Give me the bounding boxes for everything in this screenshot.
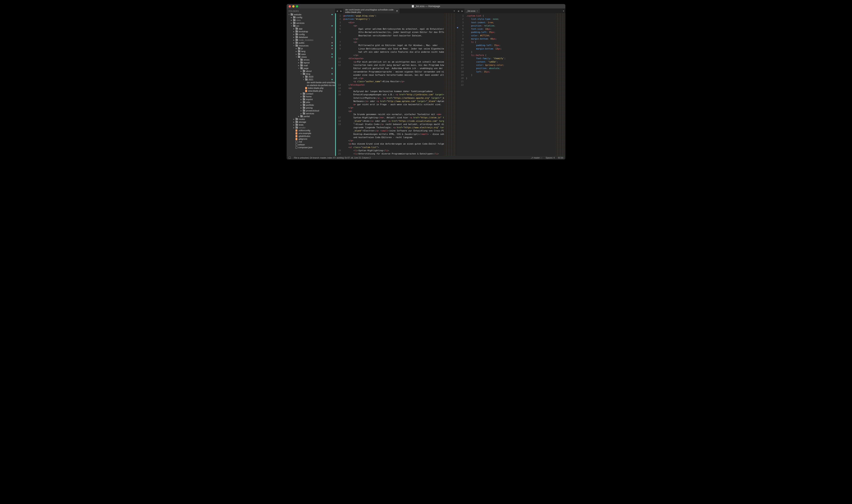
status-message[interactable]: File is untracked, Git branch: master, i…	[294, 157, 371, 159]
disclosure-triangle-icon[interactable]: ▶	[298, 59, 300, 61]
disclosure-triangle-icon[interactable]: ▼	[293, 45, 295, 47]
disclosure-triangle-icon[interactable]: ▶	[298, 62, 300, 64]
tree-file[interactable]: .env.example	[287, 132, 335, 135]
tree-folder[interactable]: ▶lang	[287, 50, 335, 53]
tree-folder[interactable]: ▶bootstrap	[287, 30, 335, 33]
syntax-indicator[interactable]: SCSS	[558, 157, 563, 159]
tree-file[interactable]: index.blade.php	[287, 87, 335, 89]
tree-folder[interactable]: ▶layout	[287, 61, 335, 64]
disclosure-triangle-icon[interactable]: ▶	[303, 76, 304, 78]
tree-folder[interactable]: ▶contact	[287, 92, 335, 95]
tree-folder[interactable]: ▶database	[287, 36, 335, 39]
tree-file[interactable]: .editorconfig	[287, 129, 335, 132]
disclosure-triangle-icon[interactable]: ▶	[296, 48, 297, 50]
tree-folder[interactable]: ▶storage	[287, 121, 335, 123]
tab-nav-back-r[interactable]: ◀	[456, 8, 460, 13]
code-area-left[interactable]: 123456 789 101112 13141516 171819 202122…	[335, 13, 456, 156]
tree-folder[interactable]: ▼resources	[287, 44, 335, 47]
disclosure-triangle-icon[interactable]: ▶	[293, 124, 295, 126]
code-body-left[interactable]: @extends('page.blog.view')@section('blog…	[342, 13, 444, 156]
disclosure-triangle-icon[interactable]: ▼	[303, 79, 304, 80]
tab-nav-forward[interactable]: ▶	[339, 8, 343, 13]
tree-folder[interactable]: ▶config	[287, 16, 335, 19]
disclosure-triangle-icon[interactable]: ▶	[293, 121, 295, 123]
zoom-window-button[interactable]	[296, 5, 298, 7]
disclosure-triangle-icon[interactable]: ▼	[288, 14, 290, 16]
tab-nav-forward-r[interactable]: ▶	[460, 8, 464, 13]
tab-menu-icon[interactable]: ▾	[452, 8, 456, 13]
disclosure-triangle-icon[interactable]: ▶	[298, 115, 300, 117]
tab-menu-icon[interactable]: ▾	[562, 8, 565, 13]
minimap-left[interactable]	[444, 13, 456, 156]
tree-folder[interactable]: ▶app	[287, 27, 335, 30]
code-area-right[interactable]: 12345678910111213141516171819202122 .cus…	[456, 13, 565, 156]
titlebar[interactable]: _list.scss — Homepage	[287, 4, 565, 8]
tree-folder[interactable]: ▶sass	[287, 53, 335, 56]
close-window-button[interactable]	[289, 5, 291, 7]
tree-folder[interactable]: ▶portfolio	[287, 104, 335, 106]
disclosure-triangle-icon[interactable]: ▶	[300, 113, 302, 114]
tree-folder[interactable]: ▼src	[287, 24, 335, 27]
disclosure-triangle-icon[interactable]: ▼	[298, 68, 300, 69]
panel-icon[interactable]	[289, 157, 291, 159]
tree-folder[interactable]: ▼website	[287, 13, 335, 16]
disclosure-triangle-icon[interactable]: ▶	[293, 31, 295, 33]
disclosure-triangle-icon[interactable]: ▶	[291, 19, 292, 21]
tree-folder[interactable]: ▶errors	[287, 58, 335, 61]
tree-folder[interactable]: ▶data	[287, 19, 335, 22]
tree-file[interactable]: so-startest-du-perfekt-ins-neue-jahr.bla	[287, 84, 335, 87]
disclosure-triangle-icon[interactable]: ▼	[296, 56, 297, 58]
minimap-right[interactable]	[555, 13, 565, 156]
tree-folder[interactable]: ▶vendor	[287, 126, 335, 129]
tree-folder[interactable]: ▶services	[287, 112, 335, 115]
minimize-window-button[interactable]	[292, 5, 295, 7]
tree-folder[interactable]: ▶prowectcloud	[287, 109, 335, 112]
tree-file[interactable]: .rnd	[287, 140, 335, 143]
tree-folder[interactable]: ▶pricing	[287, 106, 335, 109]
tree-folder[interactable]: ▼views	[287, 56, 335, 58]
disclosure-triangle-icon[interactable]: ▶	[293, 36, 295, 38]
tab-nav-back[interactable]: ◀	[335, 8, 339, 13]
tree-folder[interactable]: ▼page	[287, 67, 335, 70]
tab-scss[interactable]: _list.scss ×	[464, 8, 480, 13]
disclosure-triangle-icon[interactable]: ▶	[291, 17, 292, 18]
tree-folder[interactable]: ▶js	[287, 47, 335, 50]
tree-folder[interactable]: ▶tests	[287, 123, 335, 126]
tree-folder[interactable]: ▶2020	[287, 75, 335, 78]
disclosure-triangle-icon[interactable]: ▶	[293, 42, 295, 44]
close-tab-icon[interactable]: ×	[477, 10, 478, 12]
disclosure-triangle-icon[interactable]: ▶	[300, 101, 302, 103]
tree-file[interactable]: composer.json	[287, 146, 335, 149]
tree-file[interactable]: artisan	[287, 143, 335, 146]
disclosure-triangle-icon[interactable]: ▶	[296, 51, 297, 52]
tree-folder[interactable]: ▶about	[287, 70, 335, 72]
disclosure-triangle-icon[interactable]: ▶	[293, 39, 295, 41]
git-branch[interactable]: ⎇ master ↓↑	[531, 157, 542, 159]
disclosure-triangle-icon[interactable]: ▶	[293, 28, 295, 30]
disclosure-triangle-icon[interactable]: ▶	[293, 127, 295, 129]
disclosure-triangle-icon[interactable]: ▶	[298, 65, 300, 67]
tree-folder[interactable]: ▶routes	[287, 118, 335, 121]
disclosure-triangle-icon[interactable]: ▶	[300, 93, 302, 95]
sidebar[interactable]: FOLDERS ▼website▶config▶data▶services▼sr…	[287, 8, 335, 156]
tree-folder[interactable]: ▶imprint	[287, 98, 335, 101]
disclosure-triangle-icon[interactable]: ▶	[300, 104, 302, 106]
disclosure-triangle-icon[interactable]: ▶	[300, 110, 302, 112]
tree-folder[interactable]: ▶partial	[287, 115, 335, 118]
disclosure-triangle-icon[interactable]: ▶	[293, 34, 295, 35]
tree-folder[interactable]: ▶public	[287, 41, 335, 44]
disclosure-triangle-icon[interactable]: ▶	[300, 107, 302, 109]
tree-folder[interactable]: ▶node_modules	[287, 39, 335, 41]
tree-file[interactable]: view.blade.php	[287, 89, 335, 92]
code-body-right[interactable]: .custom-list { list-style-type: none; te…	[465, 13, 555, 156]
tree-folder[interactable]: ▶services	[287, 22, 335, 24]
indentation-indicator[interactable]: Spaces: 4	[546, 157, 554, 159]
disclosure-triangle-icon[interactable]: ▼	[291, 25, 292, 27]
breakpoint-gutter[interactable]	[456, 13, 459, 156]
disclosure-triangle-icon[interactable]: ▶	[300, 98, 302, 100]
tree-file[interactable]: der-wohl-beste-und-unschlagbar-s…	[287, 81, 335, 84]
disclosure-triangle-icon[interactable]: ▶	[293, 118, 295, 120]
disclosure-triangle-icon[interactable]: ▶	[300, 70, 302, 72]
tree-folder[interactable]: ▶home	[287, 95, 335, 98]
disclosure-triangle-icon[interactable]: ▶	[291, 22, 292, 24]
